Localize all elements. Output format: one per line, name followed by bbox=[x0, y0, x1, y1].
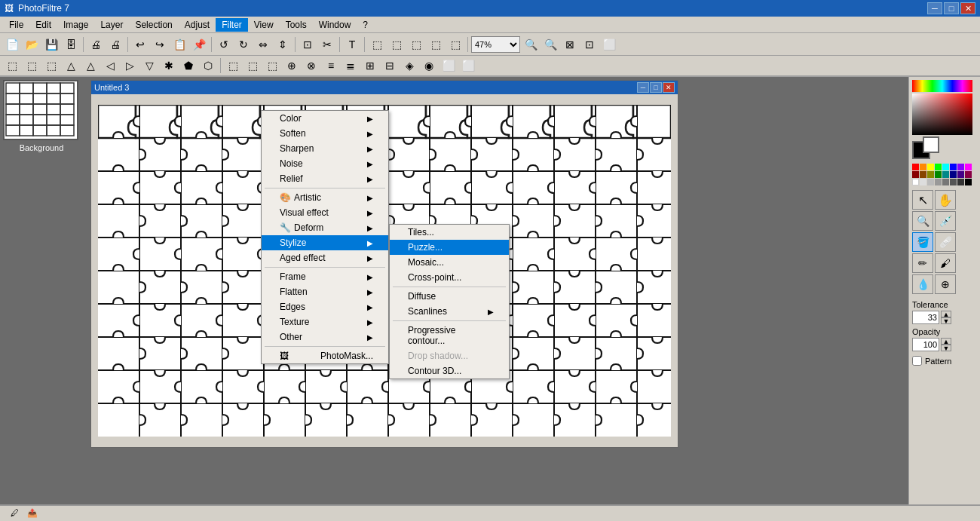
swatch[interactable] bbox=[942, 171, 949, 178]
pattern-checkbox[interactable] bbox=[912, 356, 922, 366]
text-button[interactable]: T bbox=[343, 35, 361, 54]
filter-soften-item[interactable]: Soften ▶ bbox=[262, 126, 388, 141]
doc-close-btn[interactable]: ✕ bbox=[663, 82, 675, 93]
close-button[interactable]: ✕ bbox=[960, 2, 975, 14]
brush-tool[interactable]: 🖌 bbox=[935, 253, 956, 273]
swatch[interactable] bbox=[912, 171, 919, 178]
swatch[interactable] bbox=[965, 171, 972, 178]
effect11-button[interactable]: ◉ bbox=[420, 57, 438, 75]
select2-button[interactable]: ⬚ bbox=[387, 35, 406, 54]
filter-photomask-item[interactable]: 🖼 PhotoMask... bbox=[262, 348, 388, 363]
effect7-button[interactable]: ≣ bbox=[341, 57, 360, 75]
filter-artistic-item[interactable]: 🎨 Artistic ▶ bbox=[262, 190, 388, 205]
filter-relief-item[interactable]: Relief ▶ bbox=[262, 171, 388, 186]
print2-button[interactable]: 🖨 bbox=[106, 35, 124, 54]
effect10-button[interactable]: ◈ bbox=[400, 57, 418, 75]
menu-file[interactable]: File bbox=[3, 18, 29, 32]
save-button[interactable]: 💾 bbox=[42, 35, 60, 54]
clone-tool[interactable]: ⊕ bbox=[935, 274, 956, 294]
zoom-fit-button[interactable]: ⊠ bbox=[561, 35, 579, 54]
paste-button[interactable]: 📌 bbox=[190, 35, 208, 54]
swatch[interactable] bbox=[935, 171, 942, 178]
blur-tool[interactable]: 💧 bbox=[912, 274, 933, 294]
doc-max-btn[interactable]: □ bbox=[650, 82, 662, 93]
effect2-button[interactable]: ⬚ bbox=[243, 57, 262, 75]
stylize-mosaic-item[interactable]: Mosaic... bbox=[390, 255, 509, 270]
select3-button[interactable]: ⬚ bbox=[407, 35, 425, 54]
tolerance-down[interactable]: ▼ bbox=[941, 317, 951, 324]
swatch[interactable] bbox=[920, 164, 926, 170]
shape3-button[interactable]: ⬚ bbox=[42, 57, 60, 75]
select4-button[interactable]: ⬚ bbox=[427, 35, 445, 54]
shape11-button[interactable]: ⬡ bbox=[199, 57, 217, 75]
filter-aged-item[interactable]: Aged effect ▶ bbox=[262, 250, 388, 265]
select1-button[interactable]: ⬚ bbox=[368, 35, 386, 54]
effect8-button[interactable]: ⊞ bbox=[361, 57, 379, 75]
undo-button[interactable]: ↩ bbox=[131, 35, 149, 54]
hand-tool[interactable]: ✋ bbox=[935, 190, 956, 210]
effect3-button[interactable]: ⬚ bbox=[263, 57, 281, 75]
swatch[interactable] bbox=[965, 179, 972, 185]
swatch[interactable] bbox=[957, 171, 964, 178]
swatch[interactable] bbox=[965, 164, 972, 170]
filter-texture-item[interactable]: Texture ▶ bbox=[262, 314, 388, 329]
effect5-button[interactable]: ⊗ bbox=[302, 57, 320, 75]
effect4-button[interactable]: ⊕ bbox=[283, 57, 301, 75]
rotate-r-button[interactable]: ↻ bbox=[234, 35, 253, 54]
swatch[interactable] bbox=[942, 179, 949, 185]
effect6-button[interactable]: ≡ bbox=[322, 57, 340, 75]
shape2-button[interactable]: ⬚ bbox=[23, 57, 41, 75]
menu-image[interactable]: Image bbox=[57, 18, 94, 32]
shape4-button[interactable]: △ bbox=[62, 57, 80, 75]
layer-thumbnail[interactable] bbox=[3, 80, 78, 140]
menu-help[interactable]: ? bbox=[357, 18, 374, 32]
swatch[interactable] bbox=[942, 164, 949, 170]
swatch[interactable] bbox=[957, 179, 964, 185]
zoom-tool[interactable]: 🔍 bbox=[912, 211, 933, 231]
effect1-button[interactable]: ⬚ bbox=[224, 57, 242, 75]
menu-view[interactable]: View bbox=[248, 18, 280, 32]
stylize-crosspoint-item[interactable]: Cross-point... bbox=[390, 270, 509, 285]
filter-visual-item[interactable]: Visual effect ▶ bbox=[262, 205, 388, 220]
save-as-button[interactable]: 🗄 bbox=[62, 35, 80, 54]
doc-min-btn[interactable]: ─ bbox=[637, 82, 649, 93]
zoom-in-button[interactable]: 🔍 bbox=[522, 35, 540, 54]
shape6-button[interactable]: ◁ bbox=[101, 57, 119, 75]
opacity-input[interactable] bbox=[912, 338, 939, 351]
swatch[interactable] bbox=[935, 164, 942, 170]
menu-window[interactable]: Window bbox=[313, 18, 357, 32]
effect13-button[interactable]: ⬜ bbox=[459, 57, 477, 75]
flip-h-button[interactable]: ⇔ bbox=[254, 35, 272, 54]
filter-deform-item[interactable]: 🔧 Deform ▶ bbox=[262, 220, 388, 235]
filter-noise-item[interactable]: Noise ▶ bbox=[262, 156, 388, 171]
zoom-out-button[interactable]: 🔍 bbox=[541, 35, 559, 54]
redo-button[interactable]: ↪ bbox=[151, 35, 169, 54]
eraser-tool[interactable]: 🩹 bbox=[935, 232, 956, 252]
fill-tool[interactable]: 🪣 bbox=[912, 232, 933, 252]
menu-selection[interactable]: Selection bbox=[129, 18, 178, 32]
filter-sharpen-item[interactable]: Sharpen ▶ bbox=[262, 141, 388, 156]
filter-edges-item[interactable]: Edges ▶ bbox=[262, 299, 388, 314]
zoom-select[interactable]: 47% 25% 50% 100% bbox=[471, 36, 520, 53]
stylize-diffuse-item[interactable]: Diffuse bbox=[390, 289, 509, 304]
opacity-down[interactable]: ▼ bbox=[941, 345, 951, 351]
menu-edit[interactable]: Edit bbox=[29, 18, 57, 32]
swatch[interactable] bbox=[927, 164, 934, 170]
zoom-window-button[interactable]: ⬜ bbox=[600, 35, 618, 54]
swatch[interactable] bbox=[950, 171, 957, 178]
shape9-button[interactable]: ✱ bbox=[160, 57, 178, 75]
swatch[interactable] bbox=[950, 164, 957, 170]
cursor-tool[interactable]: ↖ bbox=[912, 190, 933, 210]
swatch[interactable] bbox=[912, 179, 919, 185]
swatch[interactable] bbox=[927, 179, 934, 185]
swatch[interactable] bbox=[920, 171, 926, 178]
filter-stylize-item[interactable]: Stylize ▶ bbox=[262, 235, 388, 250]
stylize-puzzle-item[interactable]: Puzzle... bbox=[390, 240, 509, 255]
menu-layer[interactable]: Layer bbox=[94, 18, 129, 32]
eyedropper-tool[interactable]: 💉 bbox=[935, 211, 956, 231]
zoom-actual-button[interactable]: ⊡ bbox=[580, 35, 599, 54]
effect12-button[interactable]: ⬜ bbox=[439, 57, 458, 75]
resize-button[interactable]: ⊡ bbox=[299, 35, 317, 54]
filter-flatten-item[interactable]: Flatten ▶ bbox=[262, 284, 388, 299]
filter-color-item[interactable]: Color ▶ bbox=[262, 111, 388, 126]
